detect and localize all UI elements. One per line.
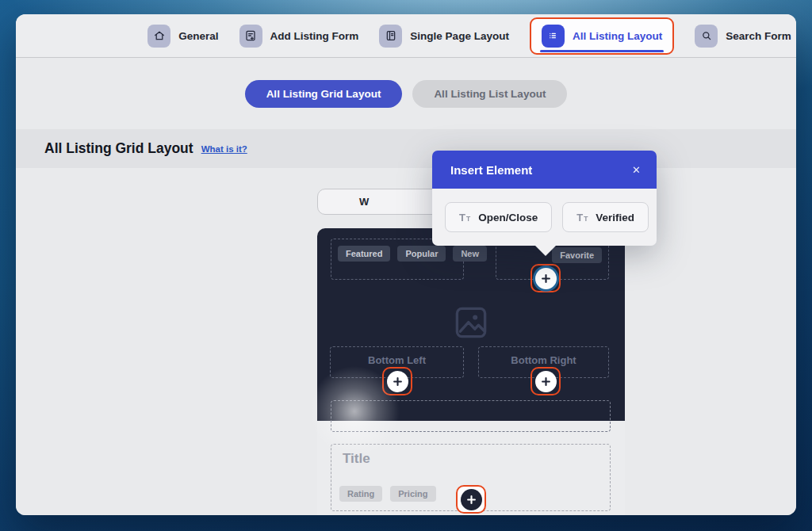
tab-general[interactable]: General — [147, 25, 218, 48]
tab-search-form-label: Search Form — [726, 30, 791, 42]
add-element-bottom-button[interactable] — [456, 485, 486, 514]
listing-card-preview: Featured Popular New Favorite — [317, 228, 625, 515]
main-tab-bar: General Add Listing Form Single Page Lay… — [16, 14, 796, 58]
tab-general-label: General — [178, 30, 218, 42]
hidden-element-bar-text: W — [359, 196, 369, 208]
grid-layout-toggle[interactable]: All Listing Grid Layout — [245, 80, 403, 108]
insert-verified-button[interactable]: TT Verified — [562, 202, 649, 232]
plus-icon — [535, 268, 557, 289]
image-placeholder-icon — [452, 304, 490, 342]
close-icon[interactable]: ✕ — [632, 164, 641, 176]
full-width-slot[interactable] — [331, 400, 611, 432]
layout-builder-canvas: W Featured Popular New Favorite — [16, 168, 796, 515]
bottom-left-slot-label: Bottom Left — [331, 354, 463, 366]
insert-open-close-label: Open/Close — [478, 212, 538, 223]
search-icon — [695, 25, 718, 48]
featured-badge: Featured — [338, 246, 390, 262]
pricing-badge: Pricing — [390, 486, 435, 502]
page-layout-icon — [379, 25, 402, 48]
home-icon — [147, 25, 170, 48]
tab-add-listing-form-label: Add Listing Form — [270, 30, 359, 42]
title-placeholder: Title — [343, 451, 370, 467]
layout-toggle-strip: All Listing Grid Layout All Listing List… — [16, 58, 796, 129]
list-icon — [542, 25, 565, 48]
card-image-area: Featured Popular New Favorite — [317, 228, 625, 421]
tab-single-page-layout-label: Single Page Layout — [410, 30, 509, 42]
popup-body: TT Open/Close TT Verified — [432, 189, 657, 246]
insert-open-close-button[interactable]: TT Open/Close — [445, 202, 552, 232]
settings-window: General Add Listing Form Single Page Lay… — [16, 14, 796, 515]
popup-pointer-tail — [534, 245, 557, 256]
bottom-right-slot-label: Bottom Right — [479, 354, 608, 366]
popular-badge: Popular — [397, 246, 446, 262]
popup-header: Insert Element ✕ — [432, 151, 657, 189]
new-badge: New — [453, 246, 487, 262]
rating-badge: Rating — [339, 486, 382, 502]
tab-all-listing-layout-label: All Listing Layout — [573, 30, 662, 42]
insert-verified-label: Verified — [596, 212, 634, 223]
form-add-icon — [239, 25, 262, 48]
section-heading-strip: All Listing Grid Layout What is it? — [16, 129, 796, 168]
text-element-icon: TT — [576, 212, 588, 223]
add-element-bottom-right-button[interactable] — [530, 367, 561, 395]
active-tab-underline — [540, 50, 664, 52]
tab-single-page-layout[interactable]: Single Page Layout — [379, 25, 509, 48]
tab-search-form[interactable]: Search Form — [695, 25, 791, 48]
add-element-top-right-button[interactable] — [530, 264, 561, 292]
what-is-it-link[interactable]: What is it? — [201, 144, 247, 154]
tab-all-listing-layout[interactable]: All Listing Layout — [530, 17, 674, 55]
plus-icon — [387, 371, 408, 392]
plus-icon — [535, 371, 557, 392]
text-element-icon: TT — [459, 212, 470, 223]
page-title: All Listing Grid Layout — [44, 140, 193, 157]
favorite-badge: Favorite — [552, 247, 602, 263]
list-layout-toggle[interactable]: All Listing List Layout — [412, 80, 567, 108]
add-element-bottom-left-button[interactable] — [382, 367, 412, 395]
insert-element-popup: Insert Element ✕ TT Open/Close TT Verifi… — [432, 151, 657, 246]
plus-icon — [461, 489, 482, 510]
popup-title: Insert Element — [450, 163, 532, 177]
tab-add-listing-form[interactable]: Add Listing Form — [239, 25, 359, 48]
